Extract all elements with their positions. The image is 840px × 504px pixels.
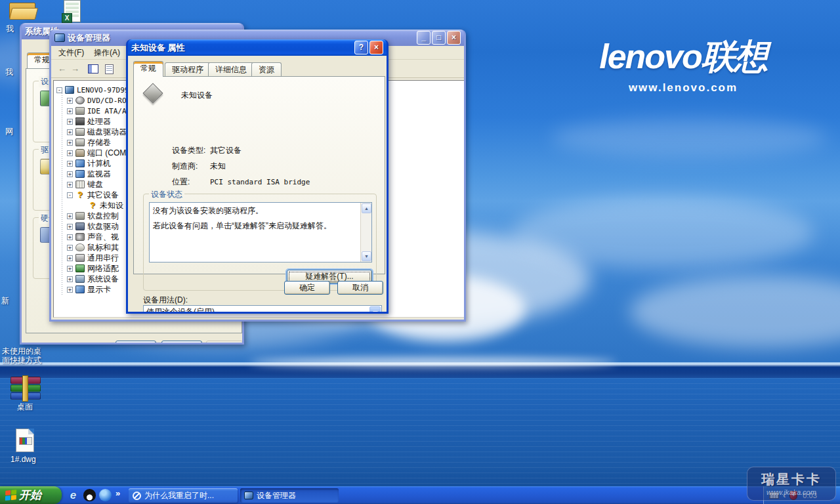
rar-icon-label[interactable]: 桌面 [17, 402, 33, 413]
tree-item-label: 软盘控制 [87, 211, 119, 222]
menu-file[interactable]: 文件(F) [54, 46, 89, 59]
expand-toggle[interactable]: + [67, 266, 73, 272]
help-icon[interactable]: ? [354, 41, 368, 54]
tree-item[interactable]: +IDE ATA/A [67, 106, 127, 116]
desktop-icon-label[interactable]: 我 [6, 24, 14, 35]
maximize-button[interactable]: □ [432, 31, 446, 45]
rising-kaka-watermark: 瑞星卡卡 www.ikaka.com [747, 467, 836, 501]
expand-toggle[interactable]: + [67, 150, 73, 156]
internet-explorer-icon[interactable]: e [67, 489, 79, 501]
taskbar-item-label: 设备管理器 [257, 490, 296, 501]
menu-action[interactable]: 操作(A) [89, 46, 125, 59]
tab-driver[interactable]: 驱动程序 [165, 62, 211, 76]
dwg-icon-label[interactable]: 1#.dwg [10, 455, 36, 464]
tree-item[interactable]: +鼠标和其 [67, 242, 119, 253]
expand-toggle[interactable]: + [67, 98, 73, 104]
tab-resources[interactable]: 资源 [251, 62, 282, 76]
console-tree-icon[interactable] [88, 64, 98, 74]
properties-icon[interactable] [105, 64, 114, 74]
sound-icon [75, 233, 85, 241]
sysprops-apply-button[interactable]: 应用(A) [206, 341, 242, 343]
tab-general[interactable]: 常规 [133, 61, 163, 77]
tree-item-label: 系统设备 [87, 274, 119, 285]
dialog-title: 未知设备 属性 [131, 42, 353, 54]
folder-icon[interactable] [9, 0, 37, 20]
tree-item[interactable]: -LENOVO-97D99 [56, 85, 129, 95]
scroll-down-icon[interactable]: ▼ [362, 251, 371, 261]
dialog-cancel-button[interactable]: 取消 [337, 281, 383, 295]
expand-toggle[interactable]: - [67, 192, 73, 198]
minimize-button[interactable]: _ [417, 31, 430, 45]
close-icon[interactable]: × [447, 31, 461, 45]
start-button[interactable]: 开始 [0, 486, 62, 504]
tree-item[interactable]: +键盘 [67, 179, 103, 190]
tree-item[interactable]: +磁盘驱动器 [67, 127, 127, 137]
tree-item[interactable]: +处理器 [67, 116, 111, 127]
tree-item[interactable]: +存储卷 [67, 137, 111, 148]
desktop-icon-label[interactable]: 我 [5, 67, 13, 78]
expand-toggle[interactable]: + [67, 119, 73, 125]
expand-toggle[interactable]: + [67, 224, 73, 230]
device-status-text: 没有为该设备安装的驱动程序。 若此设备有问题，单击“疑难解答”来启动疑难解答。 … [149, 202, 372, 262]
expand-toggle[interactable]: + [67, 182, 73, 188]
expand-toggle[interactable]: + [67, 234, 73, 240]
qq-icon[interactable] [83, 489, 96, 501]
device-usage-select[interactable]: 使用这个设备(启用) [143, 305, 382, 312]
tree-item[interactable]: +声音、视 [67, 232, 119, 242]
cloud [512, 197, 814, 269]
expand-toggle[interactable]: + [67, 108, 73, 114]
chevron-more-icon[interactable]: » [116, 488, 120, 498]
tree-item[interactable]: +系统设备 [67, 274, 119, 284]
tree-item[interactable]: +端口 (COM [67, 148, 126, 158]
scrollbar[interactable]: ▲ ▼ [360, 203, 371, 262]
expand-toggle[interactable]: + [67, 140, 73, 146]
tree-item[interactable]: +网络适配 [67, 263, 119, 274]
keyboard-icon [75, 180, 85, 188]
tree-item-unknown-device[interactable]: 未知设 [88, 200, 123, 211]
expand-toggle[interactable]: + [67, 171, 73, 177]
sysprops-cancel-button[interactable]: 取消 [161, 341, 202, 343]
quick-launch-icon[interactable] [99, 489, 112, 501]
desktop-icon-label[interactable]: 新 [1, 295, 9, 306]
tree-item[interactable]: +软盘控制 [67, 211, 119, 221]
dwg-file-icon[interactable] [16, 429, 34, 452]
expand-toggle[interactable]: + [67, 255, 73, 261]
tree-item[interactable]: +监视器 [67, 169, 111, 179]
field-value: 未知 [210, 161, 226, 171]
expand-toggle[interactable]: + [67, 161, 73, 167]
tab-details[interactable]: 详细信息 [208, 62, 254, 76]
expand-toggle[interactable]: - [56, 87, 62, 93]
tree-item[interactable]: +显示卡 [67, 284, 111, 295]
chevron-down-icon[interactable] [369, 306, 381, 312]
unused-shortcuts-label[interactable]: 未使用的桌面快捷方式 [2, 346, 44, 365]
tree-item[interactable]: +计算机 [67, 158, 111, 169]
start-label: 开始 [19, 488, 41, 503]
expand-toggle[interactable]: + [67, 287, 73, 293]
status-line: 若此设备有问题，单击“疑难解答”来启动疑难解答。 [153, 220, 331, 232]
winrar-archive-icon[interactable] [10, 377, 41, 400]
scroll-up-icon[interactable]: ▲ [362, 203, 371, 213]
expand-toggle[interactable]: + [67, 213, 73, 219]
dialog-ok-button[interactable]: 确定 [284, 281, 330, 295]
expand-toggle[interactable]: + [67, 245, 73, 251]
dialog-titlebar[interactable]: 未知设备 属性 ? × [128, 39, 387, 56]
expand-toggle[interactable]: + [67, 129, 73, 135]
tree-item[interactable]: +软盘驱动 [67, 221, 119, 232]
back-icon[interactable]: ← [55, 62, 69, 76]
tree-item-label: 磁盘驱动器 [87, 127, 127, 138]
expand-toggle[interactable]: + [67, 276, 73, 282]
forward-icon[interactable]: → [68, 62, 82, 76]
tree-item[interactable]: +DVD/CD-RO [67, 95, 127, 106]
taskbar-item-browser[interactable]: 为什么我重启了时... [129, 488, 238, 503]
taskbar-item-device-manager[interactable]: 设备管理器 [240, 488, 339, 503]
field-location: 位置:PCI standard ISA bridge [172, 177, 310, 188]
desktop-icon-label[interactable]: 网 [5, 126, 13, 137]
sysprops-ok-button[interactable]: 确定 [116, 341, 156, 343]
tree-item[interactable]: -其它设备 [67, 190, 119, 200]
disk-drive-icon [75, 128, 85, 136]
close-icon[interactable]: × [369, 41, 383, 54]
field-label: 制造商: [172, 161, 210, 172]
tree-item[interactable]: +通用串行 [67, 253, 119, 263]
usb-icon [75, 254, 85, 262]
excel-file-icon[interactable] [64, 0, 81, 22]
